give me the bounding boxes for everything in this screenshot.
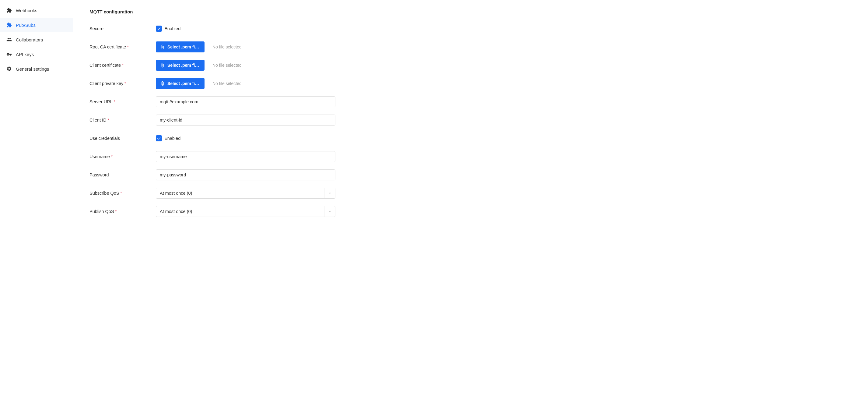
- label-client-key: Client private key*: [90, 81, 156, 86]
- use-credentials-checkbox-wrap: Enabled: [156, 135, 181, 141]
- field-username: Username*: [90, 151, 851, 163]
- label-username: Username*: [90, 154, 156, 159]
- server-url-input[interactable]: [156, 96, 335, 107]
- section-title: MQTT configuration: [90, 9, 851, 14]
- password-input[interactable]: [156, 169, 335, 180]
- puzzle-icon: [6, 22, 12, 28]
- chevron-down-icon: [324, 188, 335, 198]
- label-secure: Secure: [90, 26, 156, 31]
- attachment-icon: [160, 81, 165, 86]
- label-publish-qos: Publish QoS*: [90, 209, 156, 214]
- check-icon: [157, 136, 161, 140]
- puzzle-icon: [6, 7, 12, 13]
- sidebar-item-api-keys[interactable]: API keys: [0, 47, 73, 62]
- field-publish-qos: Publish QoS* At most once (0): [90, 206, 851, 217]
- label-password: Password: [90, 172, 156, 177]
- label-client-id: Client ID*: [90, 118, 156, 122]
- attachment-icon: [160, 63, 165, 68]
- client-id-input[interactable]: [156, 115, 335, 125]
- main-content: MQTT configuration Secure Enabled Root C…: [73, 0, 868, 404]
- label-subscribe-qos: Subscribe QoS*: [90, 191, 156, 196]
- attachment-icon: [160, 45, 165, 49]
- field-client-id: Client ID*: [90, 114, 851, 126]
- use-credentials-enabled-label: Enabled: [164, 136, 181, 141]
- sidebar-item-webhooks[interactable]: Webhooks: [0, 3, 73, 18]
- key-icon: [6, 51, 12, 57]
- sidebar-item-collaborators[interactable]: Collaborators: [0, 32, 73, 47]
- label-use-credentials: Use credentials: [90, 136, 156, 141]
- field-password: Password: [90, 169, 851, 181]
- sidebar-item-label: Pub/Subs: [16, 23, 36, 28]
- sidebar-item-pubsubs[interactable]: Pub/Subs: [0, 18, 73, 32]
- root-ca-status: No file selected: [212, 45, 242, 49]
- field-root-ca: Root CA certificate* Select .pem file… N…: [90, 41, 851, 53]
- sidebar-item-label: General settings: [16, 66, 49, 71]
- sidebar-item-label: Collaborators: [16, 37, 43, 42]
- field-subscribe-qos: Subscribe QoS* At most once (0): [90, 187, 851, 199]
- sidebar-item-label: Webhooks: [16, 8, 37, 13]
- secure-enabled-label: Enabled: [164, 26, 181, 31]
- sidebar-item-label: API keys: [16, 52, 34, 57]
- field-server-url: Server URL*: [90, 96, 851, 108]
- subscribe-qos-value: At most once (0): [156, 188, 324, 198]
- field-use-credentials: Use credentials Enabled: [90, 133, 851, 144]
- client-cert-select-button[interactable]: Select .pem file…: [156, 60, 205, 71]
- people-icon: [6, 36, 12, 42]
- publish-qos-select[interactable]: At most once (0): [156, 206, 335, 217]
- field-secure: Secure Enabled: [90, 23, 851, 34]
- field-client-cert: Client certificate* Select .pem file… No…: [90, 59, 851, 71]
- use-credentials-checkbox[interactable]: [156, 135, 162, 141]
- sidebar: Webhooks Pub/Subs Collaborators API keys…: [0, 0, 73, 404]
- label-client-cert: Client certificate*: [90, 63, 156, 68]
- label-server-url: Server URL*: [90, 99, 156, 104]
- gear-icon: [6, 66, 12, 72]
- client-key-select-button[interactable]: Select .pem file…: [156, 78, 205, 89]
- label-root-ca: Root CA certificate*: [90, 45, 156, 49]
- secure-checkbox[interactable]: [156, 26, 162, 32]
- client-key-status: No file selected: [212, 81, 242, 86]
- sidebar-item-general-settings[interactable]: General settings: [0, 62, 73, 76]
- secure-checkbox-wrap: Enabled: [156, 26, 181, 32]
- subscribe-qos-select[interactable]: At most once (0): [156, 188, 335, 199]
- publish-qos-value: At most once (0): [156, 206, 324, 217]
- username-input[interactable]: [156, 151, 335, 162]
- root-ca-select-button[interactable]: Select .pem file…: [156, 41, 205, 52]
- field-client-key: Client private key* Select .pem file… No…: [90, 78, 851, 89]
- chevron-down-icon: [324, 206, 335, 217]
- client-cert-status: No file selected: [212, 63, 242, 68]
- check-icon: [157, 27, 161, 31]
